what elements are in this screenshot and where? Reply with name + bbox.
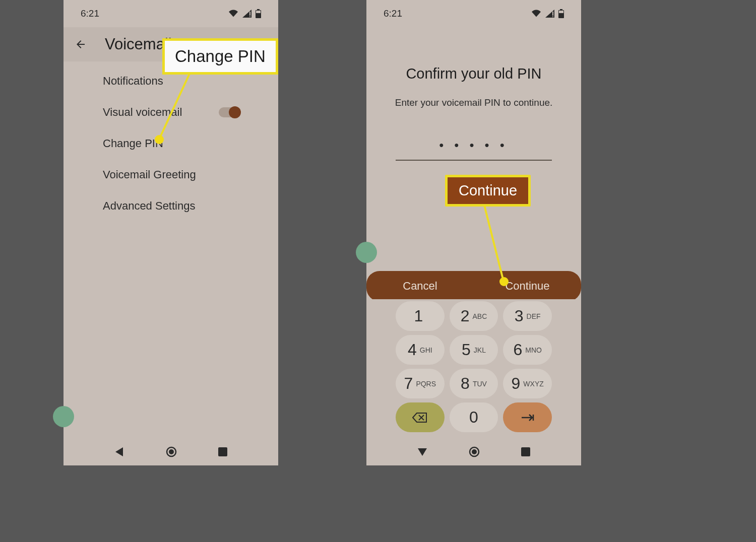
nav-back-icon[interactable] [114,446,125,457]
keypad-0[interactable]: 0 [450,402,498,432]
assistant-bubble-icon [53,406,74,427]
callout-dot [155,135,164,144]
callout-dot [499,277,509,286]
enter-icon [521,414,535,422]
nav-home-icon[interactable] [166,446,177,457]
android-nav-bar [64,438,278,465]
keypad-backspace[interactable] [396,402,445,432]
nav-recent-icon[interactable] [218,447,228,457]
android-nav-bar [366,438,581,465]
svg-point-15 [472,449,477,454]
svg-rect-7 [218,447,227,456]
svg-point-6 [169,449,174,454]
callout-label: Continue [459,182,517,198]
nav-home-icon[interactable] [469,446,480,457]
svg-line-8 [159,71,191,140]
callout-label: Change PIN [175,47,266,65]
nav-back-icon[interactable] [417,447,428,456]
svg-rect-16 [521,447,530,456]
backspace-icon [412,412,427,423]
callout-change-pin: Change PIN [162,38,278,75]
keypad-7[interactable]: 7PQRS [396,369,445,398]
keypad-enter[interactable] [503,402,552,432]
keypad-9[interactable]: 9WXYZ [503,369,552,398]
callout-continue: Continue [445,175,531,207]
svg-line-17 [483,201,503,281]
nav-recent-icon[interactable] [521,447,531,457]
keypad-8[interactable]: 8TUV [450,369,498,398]
